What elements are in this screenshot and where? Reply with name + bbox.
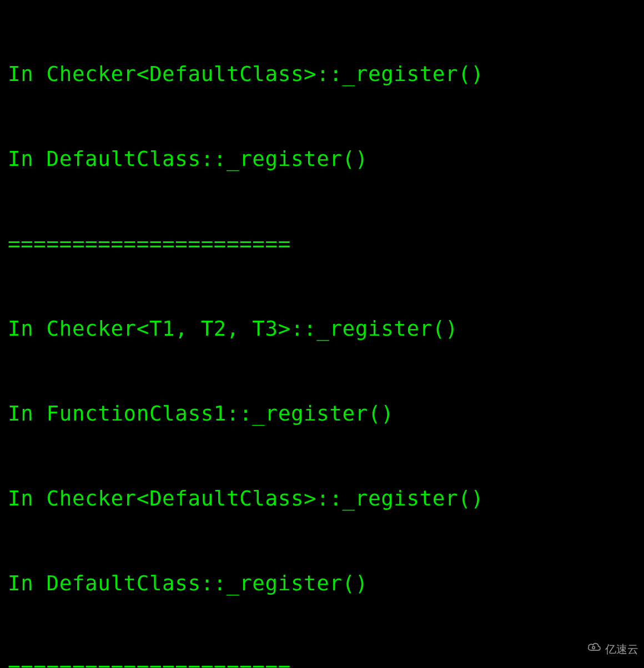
terminal-output: In Checker<DefaultClass>::_register() In… xyxy=(0,0,644,668)
watermark: 亿速云 xyxy=(586,635,638,664)
output-line: In Checker<DefaultClass>::_register() xyxy=(8,60,636,88)
watermark-text: 亿速云 xyxy=(605,635,638,664)
output-line: ====================== xyxy=(8,230,636,258)
output-line: In FunctionClass1::_register() xyxy=(8,399,636,428)
output-line: ====================== xyxy=(8,654,636,668)
output-line: In DefaultClass::_register() xyxy=(8,569,636,598)
output-line: In DefaultClass::_register() xyxy=(8,145,636,173)
cloud-icon xyxy=(586,635,602,664)
output-line: In Checker<DefaultClass>::_register() xyxy=(8,484,636,513)
svg-point-0 xyxy=(592,646,595,649)
output-line: In Checker<T1, T2, T3>::_register() xyxy=(8,315,636,343)
